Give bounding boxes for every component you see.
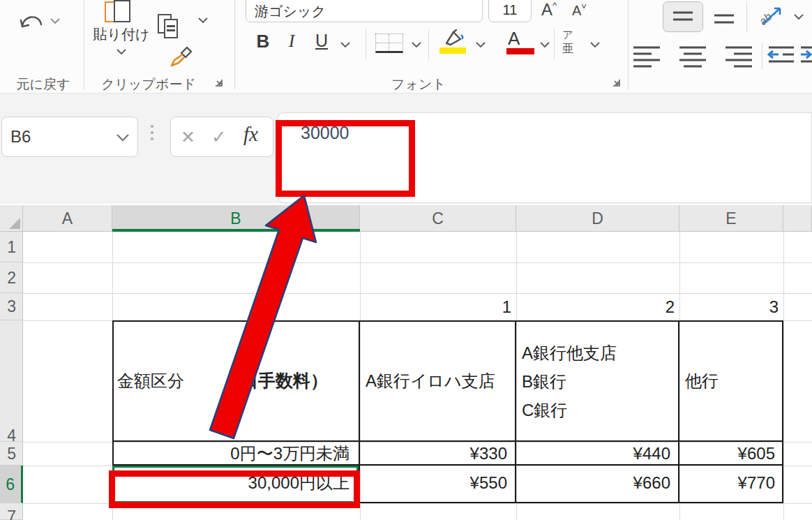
annotation-arrow (0, 0, 812, 520)
excel-window: 元に戻す 貼り付け クリップボード (0, 0, 812, 520)
